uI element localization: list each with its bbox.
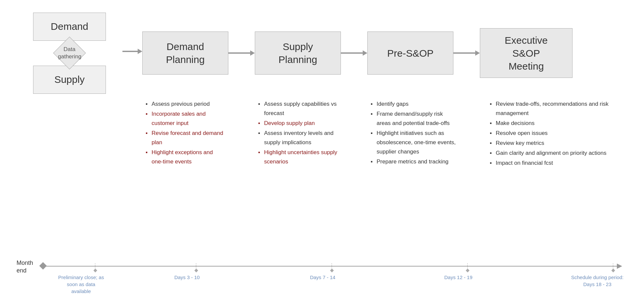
arrow-1 <box>122 47 142 55</box>
timeline: Monthend Preliminary close; assoon as da… <box>17 256 627 299</box>
svg-marker-1 <box>228 50 255 56</box>
timeline-tick-3: Days 7 - 14 <box>321 263 343 281</box>
executive-saop-bullets: ▪Review trade-offs, recommendations and … <box>486 99 627 253</box>
svg-marker-3 <box>453 50 480 56</box>
tick-5-label: Schedule during period:Days 18 - 23 <box>564 274 630 288</box>
tick-4-label: Days 12 - 19 <box>438 274 478 281</box>
timeline-tick-5: Schedule during period:Days 18 - 23 <box>596 263 630 288</box>
timeline-tick-1: Preliminary close; assoon as dataavailab… <box>79 263 111 295</box>
arrow-4 <box>453 49 480 57</box>
svg-marker-0 <box>122 49 142 54</box>
tick-1-label: Preliminary close; assoon as dataavailab… <box>51 274 111 295</box>
data-gathering-label: Datagathering <box>58 46 81 60</box>
timeline-start-diamond <box>39 262 47 270</box>
tick-2-label: Days 3 - 10 <box>167 274 207 281</box>
pre-saop-box: Pre-S&OP <box>367 31 453 75</box>
data-gathering-diamond: Datagathering <box>33 41 106 66</box>
executive-saop-box: ExecutiveS&OPMeeting <box>480 28 573 78</box>
month-end-label: Monthend <box>17 259 33 275</box>
svg-marker-2 <box>341 50 367 56</box>
timeline-tick-4: Days 12 - 19 <box>457 263 478 281</box>
supply-label: Supply <box>54 74 85 85</box>
demand-label: Demand <box>51 21 88 32</box>
arrow-3 <box>341 49 367 57</box>
supply-box: Supply <box>33 66 106 94</box>
pre-saop-bullets: ▪Identify gaps ▪Frame demand/supply risk… <box>367 99 460 253</box>
arrow-2 <box>228 49 255 57</box>
demand-planning-box: DemandPlanning <box>142 31 228 75</box>
supply-planning-bullets: ▪Assess supply capabilities vs forecast … <box>255 99 341 253</box>
tick-3-label: Days 7 - 14 <box>303 274 343 281</box>
left-spacer <box>17 99 122 253</box>
supply-planning-box: SupplyPlanning <box>255 31 341 75</box>
demand-planning-bullets: ▪Assess previous period ▪Incorporate sal… <box>142 99 228 253</box>
timeline-tick-2: Days 3 - 10 <box>185 263 207 281</box>
